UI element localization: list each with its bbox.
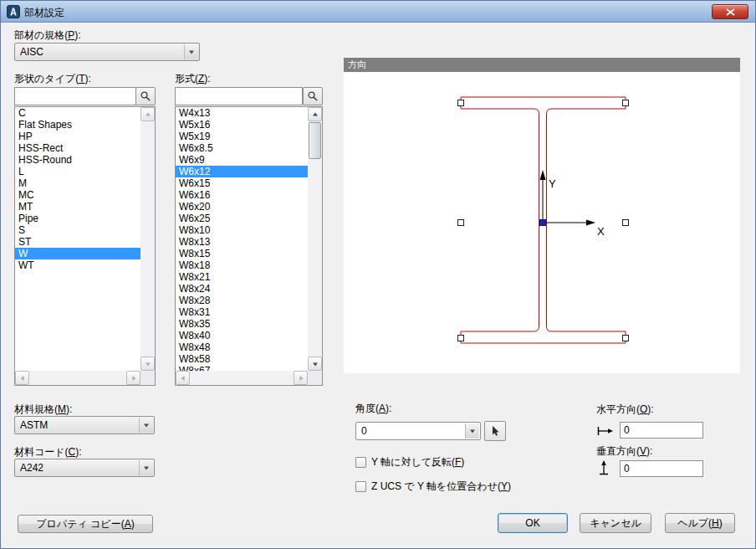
spec-combobox[interactable]: AISC: [14, 43, 200, 61]
list-item[interactable]: W5x16: [176, 119, 308, 131]
close-button[interactable]: [712, 4, 748, 19]
list-item[interactable]: W6x8.5: [176, 142, 308, 154]
list-item[interactable]: W6x15: [176, 177, 308, 189]
list-item[interactable]: W8x48: [176, 341, 308, 353]
list-item[interactable]: M: [15, 177, 140, 189]
list-item[interactable]: W4x13: [176, 107, 308, 119]
list-item[interactable]: W: [15, 248, 140, 259]
y-axis-label: Y: [549, 177, 556, 190]
vertical-scrollbar[interactable]: [140, 107, 155, 371]
vertical-input[interactable]: [620, 460, 703, 477]
list-item[interactable]: HP: [15, 131, 140, 142]
ok-button[interactable]: OK: [498, 513, 568, 533]
scroll-down-button[interactable]: [308, 357, 322, 371]
grip-bottom-right[interactable]: [623, 336, 629, 341]
list-item[interactable]: ST: [15, 236, 140, 248]
pick-angle-button[interactable]: [484, 421, 506, 441]
list-item[interactable]: W6x20: [176, 201, 308, 213]
align-z-checkbox-box[interactable]: [355, 481, 366, 492]
list-item[interactable]: W8x15: [176, 248, 308, 259]
angle-combobox-arrow[interactable]: [465, 423, 479, 439]
vertical-label: 垂直方向(V):: [596, 444, 652, 459]
grip-top-right[interactable]: [623, 100, 629, 106]
flip-y-checkbox-box[interactable]: [355, 457, 366, 468]
shape-type-search-input[interactable]: [14, 87, 136, 105]
list-item[interactable]: W8x21: [176, 271, 308, 283]
angle-combobox[interactable]: 0: [355, 422, 481, 440]
copy-properties-button[interactable]: プロパティ コピー(A): [18, 515, 153, 533]
list-item[interactable]: HSS-Round: [15, 154, 140, 166]
scroll-left-button[interactable]: [176, 371, 190, 385]
cancel-button[interactable]: キャンセル: [580, 513, 651, 533]
list-item[interactable]: W8x58: [176, 353, 308, 365]
shape-search-input[interactable]: [175, 87, 303, 105]
grip-mid-left[interactable]: [458, 220, 464, 226]
shape-type-search-button[interactable]: [135, 87, 156, 105]
triangle-down-icon: [313, 362, 318, 366]
list-item[interactable]: W5x19: [176, 131, 308, 142]
list-item[interactable]: W6x12: [176, 166, 308, 177]
list-item[interactable]: W8x24: [176, 283, 308, 295]
triangle-up-icon: [313, 112, 318, 115]
search-icon: [140, 90, 151, 102]
titlebar[interactable]: 部材設定: [1, 1, 755, 23]
grip-top-left[interactable]: [458, 100, 464, 106]
x-axis-arrowhead-icon: [586, 220, 595, 226]
material-code-combobox[interactable]: A242: [14, 459, 155, 477]
material-spec-combobox[interactable]: ASTM: [14, 416, 155, 434]
list-item[interactable]: L: [15, 166, 140, 177]
list-item[interactable]: W8x28: [176, 295, 308, 306]
horizontal-input[interactable]: [620, 422, 703, 439]
grip-center[interactable]: [540, 220, 546, 226]
scrollbar-corner: [140, 371, 155, 385]
horizontal-scrollbar[interactable]: [15, 371, 140, 385]
list-item[interactable]: S: [15, 224, 140, 236]
scroll-right-button[interactable]: [126, 371, 140, 385]
shape-type-listbox: CFlat ShapesHPHSS-RectHSS-RoundLMMCMTPip…: [14, 106, 156, 386]
list-item[interactable]: W8x40: [176, 330, 308, 341]
scroll-down-button[interactable]: [140, 357, 155, 371]
scroll-up-button[interactable]: [308, 107, 322, 121]
material-code-combobox-arrow[interactable]: [139, 460, 153, 475]
ok-button-label: OK: [525, 517, 539, 529]
list-item[interactable]: WT: [15, 259, 140, 271]
scrollbar-thumb[interactable]: [309, 122, 321, 159]
list-item[interactable]: W8x18: [176, 259, 308, 271]
grip-bottom-left[interactable]: [458, 336, 464, 341]
list-item[interactable]: MT: [15, 201, 140, 213]
list-item[interactable]: W6x9: [176, 154, 308, 166]
list-item[interactable]: Pipe: [15, 213, 140, 224]
list-item[interactable]: W6x25: [176, 213, 308, 224]
spec-label: 部材の規格(P):: [14, 28, 81, 43]
help-button[interactable]: ヘルプ(H): [665, 513, 735, 533]
y-axis-arrowhead-icon: [540, 170, 546, 180]
grip-mid-right[interactable]: [623, 220, 629, 226]
scroll-right-button[interactable]: [294, 371, 308, 385]
x-axis-label: X: [597, 225, 605, 238]
scroll-left-button[interactable]: [15, 371, 29, 385]
list-item[interactable]: W8x35: [176, 318, 308, 330]
list-item[interactable]: W8x67: [176, 365, 308, 371]
horizontal-scrollbar[interactable]: [176, 371, 308, 385]
shape-search-button[interactable]: [303, 87, 323, 105]
vertical-scrollbar[interactable]: [308, 107, 322, 371]
list-item[interactable]: W8x10: [176, 224, 308, 236]
direction-preview: Y X: [344, 72, 740, 373]
list-item[interactable]: C: [15, 107, 140, 119]
vertical-direction-icon: [598, 459, 610, 476]
scrollbar-corner: [308, 371, 322, 385]
list-item[interactable]: HSS-Rect: [15, 142, 140, 154]
list-item[interactable]: W8x31: [176, 306, 308, 318]
list-item[interactable]: W6x16: [176, 189, 308, 201]
triangle-right-icon: [132, 376, 135, 381]
list-item[interactable]: W8x13: [176, 236, 308, 248]
align-z-checkbox[interactable]: Z UCS で Y 軸を位置合わせ(Y): [355, 480, 511, 494]
material-code-label: 材料コード(C):: [14, 445, 82, 459]
list-item[interactable]: Flat Shapes: [15, 119, 140, 131]
spec-combobox-arrow[interactable]: [184, 44, 198, 59]
member-settings-dialog: 部材設定 部材の規格(P): AISC 形状のタイプ(T): CFlat Sha…: [0, 0, 756, 549]
scroll-up-button[interactable]: [140, 107, 155, 121]
list-item[interactable]: MC: [15, 189, 140, 201]
material-spec-combobox-arrow[interactable]: [139, 418, 153, 433]
flip-y-checkbox[interactable]: Y 軸に対して反転(F): [355, 455, 464, 469]
